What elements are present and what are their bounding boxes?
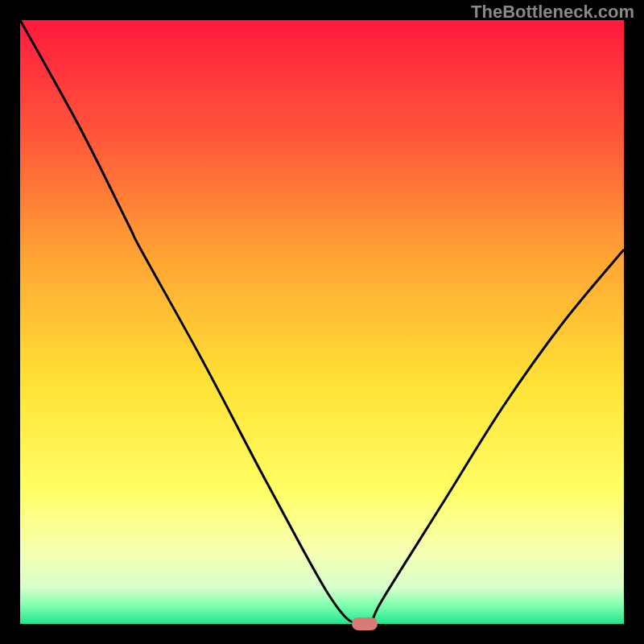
chart-frame: TheBottleneck.com <box>0 0 644 644</box>
optimal-point-marker <box>352 617 378 630</box>
watermark-text: TheBottleneck.com <box>471 2 634 23</box>
bottleneck-chart <box>20 20 624 624</box>
gradient-background <box>20 20 624 624</box>
